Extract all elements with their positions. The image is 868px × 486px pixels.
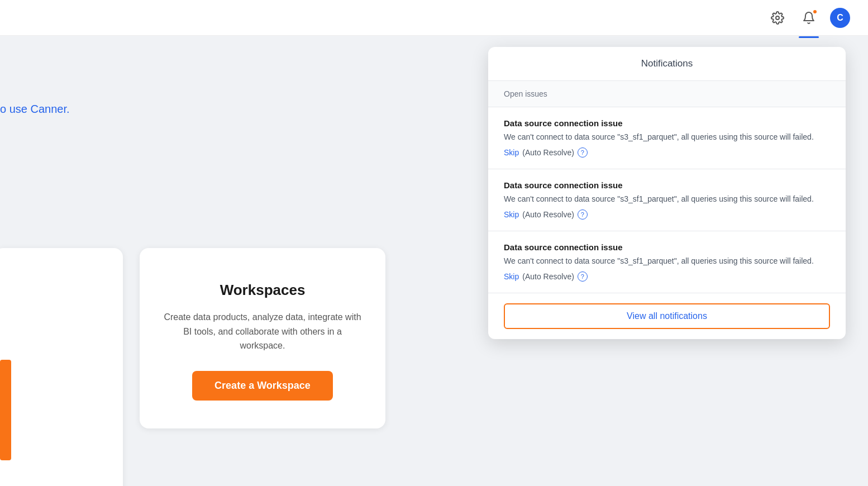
create-workspace-button[interactable]: Create a Workspace [192, 371, 333, 401]
notif-3-title: Data source connection issue [504, 242, 830, 252]
bell-icon[interactable] [799, 8, 819, 28]
notif-1-help-icon[interactable]: ? [578, 147, 588, 158]
notifications-title: Notifications [641, 58, 693, 69]
bell-badge [812, 9, 818, 15]
notif-3-skip-link[interactable]: Skip [504, 272, 519, 281]
avatar[interactable]: C [830, 8, 850, 28]
notif-2-auto-resolve: (Auto Resolve) [522, 210, 574, 219]
topbar: C [0, 0, 868, 36]
notifications-panel: Notifications Open issues Data source co… [488, 47, 846, 339]
notif-2-actions: Skip (Auto Resolve) ? [504, 209, 830, 220]
notif-3-auto-resolve: (Auto Resolve) [522, 272, 574, 281]
notif-1-skip-link[interactable]: Skip [504, 148, 519, 157]
notif-3-desc: We can't connect to data source "s3_sf1_… [504, 255, 830, 267]
settings-icon[interactable] [767, 8, 788, 28]
notifications-footer: View all notifications [488, 293, 846, 339]
notifications-header: Notifications [488, 47, 846, 81]
notif-2-desc: We can't connect to data source "s3_sf1_… [504, 193, 830, 205]
notification-item-3: Data source connection issue We can't co… [488, 231, 846, 293]
notif-2-help-icon[interactable]: ? [578, 209, 588, 220]
bell-underline [799, 36, 819, 38]
svg-point-0 [776, 16, 779, 20]
notif-1-desc: We can't connect to data source "s3_sf1_… [504, 131, 830, 143]
workspace-card-desc: Create data products, analyze data, inte… [162, 310, 363, 353]
notif-3-help-icon[interactable]: ? [578, 271, 588, 282]
notif-3-actions: Skip (Auto Resolve) ? [504, 271, 830, 282]
view-all-notifications-button[interactable]: View all notifications [504, 303, 830, 329]
open-issues-label: Open issues [504, 89, 547, 98]
notif-1-auto-resolve: (Auto Resolve) [522, 148, 574, 157]
workspace-card-title: Workspaces [162, 282, 363, 299]
notifications-section-header: Open issues [488, 81, 846, 107]
notif-2-skip-link[interactable]: Skip [504, 210, 519, 219]
workspace-card: Workspaces Create data products, analyze… [140, 248, 385, 428]
partial-card-left [0, 248, 123, 486]
notification-item-1: Data source connection issue We can't co… [488, 107, 846, 169]
notification-item-2: Data source connection issue We can't co… [488, 169, 846, 231]
notif-1-title: Data source connection issue [504, 118, 830, 128]
left-text-1: o use Canner. [0, 103, 70, 116]
notif-1-actions: Skip (Auto Resolve) ? [504, 147, 830, 158]
notif-2-title: Data source connection issue [504, 180, 830, 190]
